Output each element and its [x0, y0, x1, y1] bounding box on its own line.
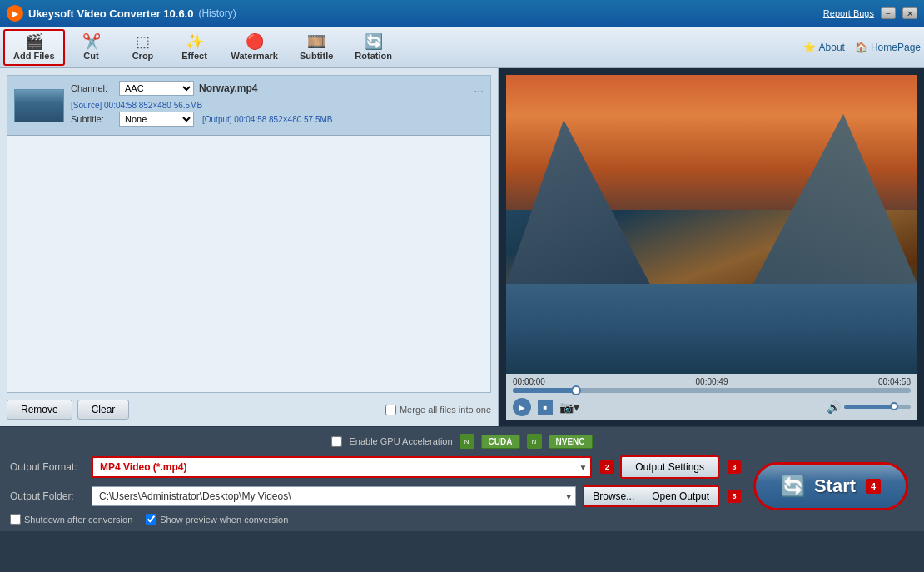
volume-bar[interactable] — [844, 405, 911, 409]
file-buttons: Remove Clear Merge all files into one — [7, 393, 491, 420]
subtitle-label: Subtitle: — [71, 114, 114, 124]
stop-button[interactable]: ■ — [538, 400, 553, 415]
preview-label: Show preview when conversion — [160, 515, 288, 525]
screenshot-button[interactable]: 📷▾ — [559, 400, 579, 414]
clear-button[interactable]: Clear — [77, 400, 130, 420]
bottom-left: Output Format: MP4 Video (*.mp4) ▼ 2 Out… — [10, 455, 741, 525]
crop-icon: ⬚ — [136, 34, 150, 49]
effect-icon: ✨ — [186, 34, 204, 49]
format-select-wrapper: MP4 Video (*.mp4) ▼ — [92, 456, 592, 478]
preview-image — [506, 75, 917, 374]
about-icon: ⭐ — [803, 42, 816, 53]
home-icon: 🏠 — [855, 42, 867, 53]
cuda-badge: CUDA — [481, 435, 520, 449]
subtitle-label: Subtitle — [300, 51, 333, 61]
start-button[interactable]: 🔄 Start 4 — [753, 462, 908, 510]
start-label: Start — [814, 475, 856, 497]
nvidia-icon-2: N — [527, 434, 542, 449]
channel-select[interactable]: AAC — [119, 81, 194, 96]
file-thumbnail — [14, 89, 64, 122]
file-panel: Channel: AAC Norway.mp4 ... [Source] 00:… — [0, 68, 499, 426]
homepage-link[interactable]: 🏠 HomePage — [855, 42, 921, 53]
toolbar-right-links: ⭐ About 🏠 HomePage — [803, 42, 921, 53]
volume-thumb — [890, 402, 898, 410]
preview-checkbox[interactable] — [146, 514, 156, 525]
format-row: Output Format: MP4 Video (*.mp4) ▼ 2 Out… — [10, 455, 741, 479]
file-list: Channel: AAC Norway.mp4 ... [Source] 00:… — [7, 75, 491, 393]
bottom-controls: Output Format: MP4 Video (*.mp4) ▼ 2 Out… — [10, 455, 914, 525]
title-bar-right: Report Bugs − ✕ — [823, 7, 917, 19]
cut-icon: ✂️ — [82, 34, 101, 49]
app-title: Ukeysoft Video Converter 10.6.0 — [28, 7, 193, 20]
title-bar-left: ▶ Ukeysoft Video Converter 10.6.0 (Histo… — [7, 5, 236, 22]
folder-input-wrapper: ▼ — [92, 486, 576, 506]
time-row: 00:00:00 00:00:49 00:04:58 — [513, 377, 911, 386]
close-button[interactable]: ✕ — [902, 7, 917, 19]
source-info: [Source] 00:04:58 852×480 56.5MB — [71, 99, 484, 112]
settings-num-badge: 3 — [728, 460, 741, 474]
progress-fill — [513, 388, 576, 393]
playback-row: ▶ ■ 📷▾ 🔊 — [513, 398, 911, 416]
gpu-checkbox[interactable] — [331, 436, 342, 447]
effect-button[interactable]: ✨ Effect — [170, 29, 220, 66]
output-settings-button[interactable]: Output Settings — [620, 455, 719, 479]
merge-label: Merge all files into one — [400, 405, 491, 415]
folder-num-badge: 5 — [728, 490, 741, 503]
file-name: Norway.mp4 — [199, 82, 469, 94]
time-start: 00:00:00 — [513, 377, 545, 386]
play-button[interactable]: ▶ — [513, 398, 531, 416]
cut-button[interactable]: ✂️ Cut — [67, 29, 117, 66]
volume-icon: 🔊 — [827, 400, 841, 414]
output-info: [Output] 00:04:58 852×480 57.5MB — [202, 113, 333, 126]
time-end: 00:04:58 — [878, 377, 911, 386]
nvidia-icon-1: N — [460, 434, 474, 449]
report-bugs-link[interactable]: Report Bugs — [823, 8, 874, 18]
preview-video — [506, 75, 917, 374]
watermark-icon: 🔴 — [246, 34, 264, 49]
subtitle-select[interactable]: None — [119, 112, 194, 127]
progress-bar[interactable] — [513, 388, 911, 393]
add-files-button[interactable]: 🎬 Add Files — [3, 29, 65, 66]
remove-button[interactable]: Remove — [7, 400, 72, 420]
cut-label: Cut — [83, 51, 98, 61]
volume-fill — [844, 405, 894, 409]
format-num-badge: 2 — [600, 460, 614, 474]
open-output-button[interactable]: Open Output — [643, 487, 718, 505]
start-button-area: 🔄 Start 4 — [748, 455, 914, 510]
subtitle-button[interactable]: 🎞️ Subtitle — [290, 29, 343, 66]
rotation-button[interactable]: 🔄 Rotation — [345, 29, 402, 66]
shutdown-checkbox[interactable] — [10, 514, 21, 525]
file-item: Channel: AAC Norway.mp4 ... [Source] 00:… — [7, 76, 490, 136]
rotation-icon: 🔄 — [365, 34, 383, 49]
file-options-button[interactable]: ... — [474, 82, 484, 95]
minimize-button[interactable]: − — [881, 7, 896, 19]
volume-area: 🔊 — [827, 400, 911, 414]
start-num-badge: 4 — [866, 479, 881, 494]
watermark-label: Watermark — [231, 51, 278, 61]
folder-row: Output Folder: ▼ Browse... Open Output 5 — [10, 485, 741, 507]
app-logo-icon: ▶ — [7, 5, 23, 22]
progress-thumb — [571, 385, 581, 395]
homepage-label: HomePage — [871, 42, 921, 53]
gpu-label: Enable GPU Acceleration — [349, 436, 452, 446]
time-mid: 00:00:49 — [696, 377, 728, 386]
merge-checkbox[interactable] — [385, 405, 396, 415]
main-area: Channel: AAC Norway.mp4 ... [Source] 00:… — [0, 68, 924, 426]
channel-row: Channel: AAC Norway.mp4 ... — [71, 81, 484, 96]
merge-checkbox-row: Merge all files into one — [385, 405, 491, 415]
format-label: Output Format: — [10, 461, 85, 473]
browse-open-wrapper: Browse... Open Output — [583, 485, 719, 507]
history-label: (History) — [198, 7, 236, 19]
folder-input[interactable] — [92, 486, 576, 506]
nvenc-badge: NVENC — [549, 435, 593, 449]
watermark-button[interactable]: 🔴 Watermark — [221, 29, 288, 66]
add-files-label: Add Files — [13, 51, 55, 61]
title-bar: ▶ Ukeysoft Video Converter 10.6.0 (Histo… — [0, 0, 924, 27]
preview-option: Show preview when conversion — [146, 514, 288, 525]
gpu-row: Enable GPU Acceleration N CUDA N NVENC — [10, 434, 914, 449]
browse-button[interactable]: Browse... — [584, 487, 643, 505]
add-files-icon: 🎬 — [25, 34, 43, 49]
crop-button[interactable]: ⬚ Crop — [118, 29, 168, 66]
format-select[interactable]: MP4 Video (*.mp4) — [93, 458, 590, 476]
about-link[interactable]: ⭐ About — [803, 42, 845, 53]
